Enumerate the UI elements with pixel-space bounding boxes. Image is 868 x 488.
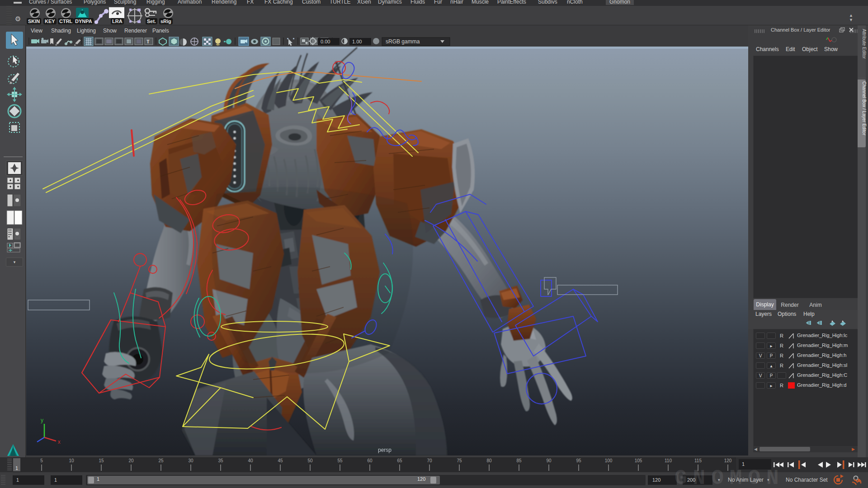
svg-text:persp: persp <box>378 447 392 453</box>
svg-text:100: 100 <box>605 458 613 463</box>
svg-text:85: 85 <box>516 458 522 463</box>
svg-text:105: 105 <box>635 458 642 463</box>
svg-text:10: 10 <box>69 458 74 463</box>
svg-text:60: 60 <box>367 458 373 463</box>
svg-text:y: y <box>41 417 43 423</box>
svg-text:T: T <box>146 39 150 44</box>
svg-text:70: 70 <box>427 458 432 463</box>
svg-text:15: 15 <box>99 458 104 463</box>
svg-text:35: 35 <box>218 458 223 463</box>
svg-text:115: 115 <box>694 458 702 463</box>
svg-text:50: 50 <box>307 458 313 463</box>
svg-text:x: x <box>58 439 61 445</box>
svg-text:95: 95 <box>576 458 581 463</box>
svg-text:90: 90 <box>546 458 552 463</box>
svg-text:25: 25 <box>158 458 164 463</box>
svg-text:65: 65 <box>397 458 402 463</box>
svg-text:1.00: 1.00 <box>352 39 362 44</box>
svg-text:sRGB gamma: sRGB gamma <box>386 38 420 45</box>
svg-text:5: 5 <box>40 458 43 463</box>
svg-text:55: 55 <box>337 458 343 463</box>
svg-text:0.00: 0.00 <box>321 39 330 44</box>
svg-text:40: 40 <box>248 458 253 463</box>
svg-text:75: 75 <box>457 458 462 463</box>
svg-text:45: 45 <box>278 458 283 463</box>
svg-text:120: 120 <box>724 458 732 463</box>
svg-text:1: 1 <box>15 466 18 471</box>
svg-text:80: 80 <box>486 458 492 463</box>
svg-text:30: 30 <box>188 458 193 463</box>
svg-text:110: 110 <box>665 458 672 463</box>
svg-text:20: 20 <box>128 458 134 463</box>
